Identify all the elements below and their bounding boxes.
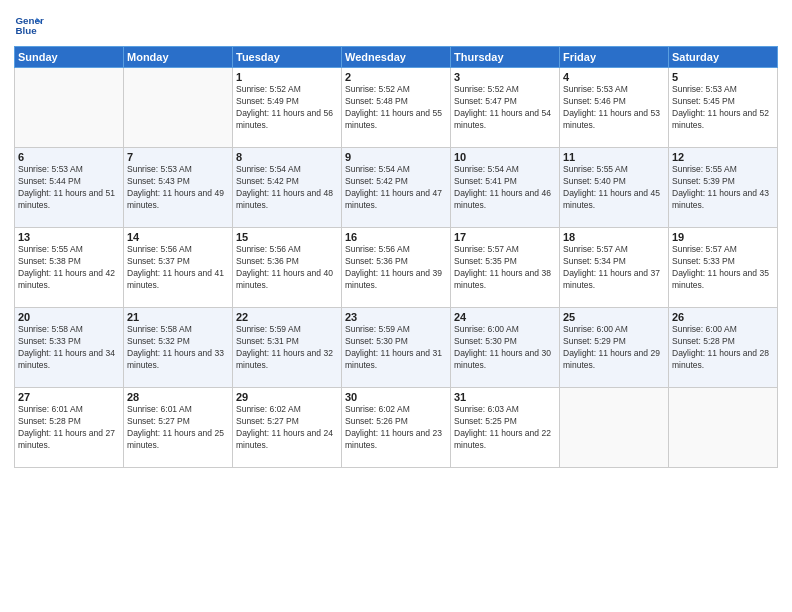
weekday-tuesday: Tuesday [233,47,342,68]
day-number: 28 [127,391,229,403]
svg-text:Blue: Blue [16,25,38,36]
calendar-cell: 22Sunrise: 5:59 AM Sunset: 5:31 PM Dayli… [233,308,342,388]
day-number: 24 [454,311,556,323]
calendar-cell: 1Sunrise: 5:52 AM Sunset: 5:49 PM Daylig… [233,68,342,148]
calendar-cell: 30Sunrise: 6:02 AM Sunset: 5:26 PM Dayli… [342,388,451,468]
day-info: Sunrise: 5:54 AM Sunset: 5:42 PM Dayligh… [345,164,447,212]
calendar-cell: 31Sunrise: 6:03 AM Sunset: 5:25 PM Dayli… [451,388,560,468]
calendar-cell [124,68,233,148]
day-number: 22 [236,311,338,323]
day-number: 12 [672,151,774,163]
page-container: General Blue SundayMondayTuesdayWednesda… [0,0,792,612]
svg-text:General: General [16,15,45,26]
weekday-friday: Friday [560,47,669,68]
week-row-4: 20Sunrise: 5:58 AM Sunset: 5:33 PM Dayli… [15,308,778,388]
calendar-table: SundayMondayTuesdayWednesdayThursdayFrid… [14,46,778,468]
calendar-cell: 27Sunrise: 6:01 AM Sunset: 5:28 PM Dayli… [15,388,124,468]
day-info: Sunrise: 5:55 AM Sunset: 5:38 PM Dayligh… [18,244,120,292]
day-number: 23 [345,311,447,323]
weekday-wednesday: Wednesday [342,47,451,68]
day-info: Sunrise: 6:02 AM Sunset: 5:27 PM Dayligh… [236,404,338,452]
day-number: 31 [454,391,556,403]
day-info: Sunrise: 6:00 AM Sunset: 5:29 PM Dayligh… [563,324,665,372]
calendar-cell: 5Sunrise: 5:53 AM Sunset: 5:45 PM Daylig… [669,68,778,148]
calendar-cell: 14Sunrise: 5:56 AM Sunset: 5:37 PM Dayli… [124,228,233,308]
day-info: Sunrise: 5:57 AM Sunset: 5:34 PM Dayligh… [563,244,665,292]
day-info: Sunrise: 5:53 AM Sunset: 5:46 PM Dayligh… [563,84,665,132]
day-info: Sunrise: 5:54 AM Sunset: 5:41 PM Dayligh… [454,164,556,212]
day-number: 13 [18,231,120,243]
day-number: 18 [563,231,665,243]
calendar-cell: 10Sunrise: 5:54 AM Sunset: 5:41 PM Dayli… [451,148,560,228]
day-number: 30 [345,391,447,403]
calendar-cell: 24Sunrise: 6:00 AM Sunset: 5:30 PM Dayli… [451,308,560,388]
weekday-monday: Monday [124,47,233,68]
day-info: Sunrise: 5:53 AM Sunset: 5:43 PM Dayligh… [127,164,229,212]
day-number: 8 [236,151,338,163]
week-row-5: 27Sunrise: 6:01 AM Sunset: 5:28 PM Dayli… [15,388,778,468]
day-info: Sunrise: 5:56 AM Sunset: 5:36 PM Dayligh… [236,244,338,292]
day-number: 15 [236,231,338,243]
calendar-cell: 11Sunrise: 5:55 AM Sunset: 5:40 PM Dayli… [560,148,669,228]
day-number: 20 [18,311,120,323]
day-number: 19 [672,231,774,243]
week-row-2: 6Sunrise: 5:53 AM Sunset: 5:44 PM Daylig… [15,148,778,228]
calendar-cell: 4Sunrise: 5:53 AM Sunset: 5:46 PM Daylig… [560,68,669,148]
weekday-saturday: Saturday [669,47,778,68]
day-info: Sunrise: 5:58 AM Sunset: 5:33 PM Dayligh… [18,324,120,372]
calendar-cell: 7Sunrise: 5:53 AM Sunset: 5:43 PM Daylig… [124,148,233,228]
calendar-cell: 21Sunrise: 5:58 AM Sunset: 5:32 PM Dayli… [124,308,233,388]
calendar-cell: 9Sunrise: 5:54 AM Sunset: 5:42 PM Daylig… [342,148,451,228]
calendar-cell: 6Sunrise: 5:53 AM Sunset: 5:44 PM Daylig… [15,148,124,228]
calendar-cell: 28Sunrise: 6:01 AM Sunset: 5:27 PM Dayli… [124,388,233,468]
weekday-header-row: SundayMondayTuesdayWednesdayThursdayFrid… [15,47,778,68]
day-number: 26 [672,311,774,323]
day-info: Sunrise: 6:00 AM Sunset: 5:30 PM Dayligh… [454,324,556,372]
calendar-cell: 18Sunrise: 5:57 AM Sunset: 5:34 PM Dayli… [560,228,669,308]
day-number: 11 [563,151,665,163]
logo-icon: General Blue [14,10,44,40]
calendar-cell: 17Sunrise: 5:57 AM Sunset: 5:35 PM Dayli… [451,228,560,308]
day-info: Sunrise: 5:52 AM Sunset: 5:48 PM Dayligh… [345,84,447,132]
day-number: 6 [18,151,120,163]
day-number: 14 [127,231,229,243]
week-row-3: 13Sunrise: 5:55 AM Sunset: 5:38 PM Dayli… [15,228,778,308]
week-row-1: 1Sunrise: 5:52 AM Sunset: 5:49 PM Daylig… [15,68,778,148]
calendar-cell [560,388,669,468]
day-number: 4 [563,71,665,83]
calendar-cell: 29Sunrise: 6:02 AM Sunset: 5:27 PM Dayli… [233,388,342,468]
day-info: Sunrise: 5:52 AM Sunset: 5:49 PM Dayligh… [236,84,338,132]
calendar-cell: 23Sunrise: 5:59 AM Sunset: 5:30 PM Dayli… [342,308,451,388]
day-info: Sunrise: 6:00 AM Sunset: 5:28 PM Dayligh… [672,324,774,372]
day-number: 27 [18,391,120,403]
day-info: Sunrise: 5:57 AM Sunset: 5:33 PM Dayligh… [672,244,774,292]
day-number: 21 [127,311,229,323]
day-info: Sunrise: 6:01 AM Sunset: 5:28 PM Dayligh… [18,404,120,452]
day-info: Sunrise: 5:55 AM Sunset: 5:39 PM Dayligh… [672,164,774,212]
weekday-thursday: Thursday [451,47,560,68]
day-info: Sunrise: 5:58 AM Sunset: 5:32 PM Dayligh… [127,324,229,372]
calendar-cell: 15Sunrise: 5:56 AM Sunset: 5:36 PM Dayli… [233,228,342,308]
day-info: Sunrise: 5:56 AM Sunset: 5:36 PM Dayligh… [345,244,447,292]
day-info: Sunrise: 5:53 AM Sunset: 5:45 PM Dayligh… [672,84,774,132]
day-number: 5 [672,71,774,83]
day-number: 10 [454,151,556,163]
day-info: Sunrise: 6:01 AM Sunset: 5:27 PM Dayligh… [127,404,229,452]
day-number: 7 [127,151,229,163]
calendar-cell: 13Sunrise: 5:55 AM Sunset: 5:38 PM Dayli… [15,228,124,308]
day-number: 1 [236,71,338,83]
calendar-cell: 3Sunrise: 5:52 AM Sunset: 5:47 PM Daylig… [451,68,560,148]
calendar-cell: 16Sunrise: 5:56 AM Sunset: 5:36 PM Dayli… [342,228,451,308]
calendar-cell: 19Sunrise: 5:57 AM Sunset: 5:33 PM Dayli… [669,228,778,308]
calendar-cell [669,388,778,468]
day-number: 29 [236,391,338,403]
day-info: Sunrise: 5:53 AM Sunset: 5:44 PM Dayligh… [18,164,120,212]
day-number: 17 [454,231,556,243]
day-info: Sunrise: 5:55 AM Sunset: 5:40 PM Dayligh… [563,164,665,212]
day-info: Sunrise: 5:57 AM Sunset: 5:35 PM Dayligh… [454,244,556,292]
header: General Blue [14,10,778,40]
calendar-cell: 20Sunrise: 5:58 AM Sunset: 5:33 PM Dayli… [15,308,124,388]
day-info: Sunrise: 6:03 AM Sunset: 5:25 PM Dayligh… [454,404,556,452]
day-info: Sunrise: 5:59 AM Sunset: 5:31 PM Dayligh… [236,324,338,372]
calendar-cell: 12Sunrise: 5:55 AM Sunset: 5:39 PM Dayli… [669,148,778,228]
